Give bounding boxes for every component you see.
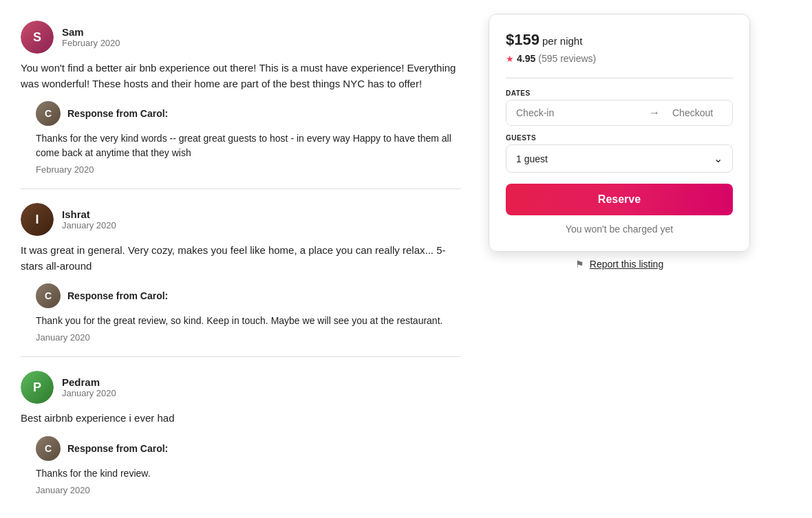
date-arrow-icon: → bbox=[646, 107, 663, 119]
checkout-input[interactable] bbox=[663, 100, 733, 125]
guests-section: Guests 1 guest ⌄ bbox=[506, 134, 733, 173]
response-text-pedram: Thanks for the kind review. bbox=[36, 466, 461, 481]
no-charge-text: You won't be charged yet bbox=[506, 224, 733, 235]
review-text-sam: You won't find a better air bnb experien… bbox=[21, 61, 461, 91]
reserve-button[interactable]: Reserve bbox=[506, 184, 733, 215]
price-divider bbox=[506, 78, 733, 78]
avatar-carol-pedram: C bbox=[36, 436, 61, 461]
chevron-down-icon: ⌄ bbox=[714, 152, 723, 165]
star-icon: ★ bbox=[506, 54, 514, 64]
reviewer-name-sam: Sam bbox=[62, 26, 120, 38]
host-response-header-sam: C Response from Carol: bbox=[36, 101, 461, 126]
sidebar-column: $159 per night ★ 4.95 (595 reviews) Date… bbox=[489, 0, 750, 509]
reviewer-date-sam: February 2020 bbox=[62, 38, 120, 48]
reviewer-name-pedram: Pedram bbox=[62, 376, 116, 388]
price-amount: $159 bbox=[506, 31, 539, 49]
report-section: ⚑ Report this listing bbox=[489, 259, 750, 270]
response-text-sam: Thanks for the very kind words -- great … bbox=[36, 131, 461, 160]
avatar-carol-sam: C bbox=[36, 101, 61, 126]
reviewer-header-sam: S Sam February 2020 bbox=[21, 21, 461, 54]
review-item-sam: S Sam February 2020 You won't find a bet… bbox=[21, 7, 461, 189]
reviewer-date-ishrat: January 2020 bbox=[62, 220, 116, 230]
review-item-pedram: P Pedram January 2020 Best airbnb experi… bbox=[21, 357, 461, 509]
rating-reviews: (595 reviews) bbox=[538, 53, 596, 64]
dates-label: Dates bbox=[506, 89, 733, 97]
flag-icon: ⚑ bbox=[575, 259, 584, 270]
dates-inputs[interactable]: → bbox=[506, 100, 733, 126]
avatar-sam: S bbox=[21, 21, 54, 54]
response-date-sam: February 2020 bbox=[36, 164, 461, 175]
guests-value: 1 guest bbox=[516, 153, 548, 164]
guests-label: Guests bbox=[506, 134, 733, 142]
response-text-ishrat: Thank you for the great review, so kind.… bbox=[36, 314, 461, 328]
host-response-header-ishrat: C Response from Carol: bbox=[36, 283, 461, 308]
avatar-ishrat: I bbox=[21, 203, 54, 236]
report-link[interactable]: Report this listing bbox=[590, 259, 663, 270]
review-item-ishrat: I Ishrat January 2020 It was great in ge… bbox=[21, 189, 461, 357]
price-per-night: per night bbox=[542, 35, 582, 47]
host-response-header-pedram: C Response from Carol: bbox=[36, 436, 461, 461]
reviewer-header-ishrat: I Ishrat January 2020 bbox=[21, 203, 461, 236]
host-response-pedram: C Response from Carol: Thanks for the ki… bbox=[29, 436, 461, 495]
rating-row: ★ 4.95 (595 reviews) bbox=[506, 53, 733, 64]
review-text-ishrat: It was great in general. Very cozy, make… bbox=[21, 243, 461, 274]
host-response-sam: C Response from Carol: Thanks for the ve… bbox=[29, 101, 461, 175]
response-from-sam: Response from Carol: bbox=[67, 108, 168, 119]
checkin-input[interactable] bbox=[506, 100, 646, 125]
host-response-ishrat: C Response from Carol: Thank you for the… bbox=[29, 283, 461, 343]
avatar-carol-ishrat: C bbox=[36, 283, 61, 308]
guests-select[interactable]: 1 guest ⌄ bbox=[506, 144, 733, 173]
reviews-section: S Sam February 2020 You won't find a bet… bbox=[21, 0, 461, 509]
booking-card: $159 per night ★ 4.95 (595 reviews) Date… bbox=[489, 14, 750, 252]
reviewer-info-sam: Sam February 2020 bbox=[62, 26, 120, 48]
reviewer-name-ishrat: Ishrat bbox=[62, 208, 116, 220]
dates-section: Dates → bbox=[506, 89, 733, 126]
rating-value: 4.95 bbox=[517, 53, 535, 64]
review-text-pedram: Best airbnb experience i ever had bbox=[21, 411, 461, 427]
price-row: $159 per night bbox=[506, 31, 733, 49]
reviewer-date-pedram: January 2020 bbox=[62, 388, 116, 398]
response-from-pedram: Response from Carol: bbox=[67, 443, 168, 454]
reviewer-header-pedram: P Pedram January 2020 bbox=[21, 371, 461, 404]
response-date-ishrat: January 2020 bbox=[36, 332, 461, 343]
reviewer-info-pedram: Pedram January 2020 bbox=[62, 376, 116, 398]
reviewer-info-ishrat: Ishrat January 2020 bbox=[62, 208, 116, 230]
avatar-pedram: P bbox=[21, 371, 54, 404]
response-date-pedram: January 2020 bbox=[36, 485, 461, 495]
response-from-ishrat: Response from Carol: bbox=[67, 290, 168, 301]
